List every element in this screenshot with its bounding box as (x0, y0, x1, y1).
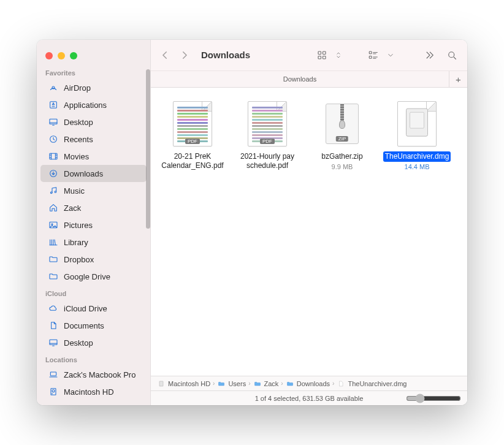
path-crumb[interactable]: Downloads (286, 380, 330, 387)
svg-rect-18 (323, 56, 326, 59)
forward-button[interactable] (177, 47, 193, 63)
file-item[interactable]: PDF 2021-Hourly pay schedule.pdf (231, 96, 304, 171)
chevron-down-icon[interactable] (386, 47, 395, 63)
sidebar-item-dropbox[interactable]: Dropbox (40, 251, 147, 268)
cloud-icon (48, 303, 59, 314)
back-button[interactable] (157, 47, 173, 63)
sidebar-item-applications[interactable]: Applications (40, 96, 147, 113)
tab-label: Downloads (283, 75, 316, 83)
sidebar-section-header: Favorites (37, 64, 150, 79)
sidebar-item-label: Applications (64, 101, 107, 110)
sidebar-section-header: iCloud (37, 285, 150, 300)
sidebar-item-label: Pictures (64, 221, 93, 230)
path-crumb[interactable]: TheUnarchiver.dmg (337, 380, 407, 387)
desktop-icon (48, 116, 59, 127)
sidebar-item-label: Dropbox (64, 255, 94, 264)
new-tab-button[interactable]: + (449, 71, 467, 87)
window-title: Downloads (201, 50, 250, 60)
svg-rect-15 (318, 51, 321, 55)
path-crumb[interactable]: Macintosh HD (157, 380, 210, 387)
file-name: bzGather.zip (319, 151, 364, 162)
sidebar-item-label: AirDrop (64, 83, 91, 93)
sidebar-item-recents[interactable]: Recents (40, 131, 147, 148)
file-area[interactable]: PDF 20-21 PreK Calendar_ENG.pdf PDF 2021… (151, 88, 467, 376)
path-crumb-label: TheUnarchiver.dmg (348, 380, 407, 387)
sidebar-item-pictures[interactable]: Pictures (40, 216, 147, 234)
movies-icon (48, 151, 59, 162)
search-icon[interactable] (443, 47, 461, 63)
sidebar-item-google-drive[interactable]: Google Drive (40, 268, 147, 285)
sidebar-item-label: iCloud Drive (64, 304, 107, 313)
sidebar-item-desktop[interactable]: Desktop (40, 113, 147, 131)
desktop-icon (48, 337, 59, 348)
svg-rect-11 (50, 372, 56, 376)
zoom-slider[interactable] (406, 394, 461, 403)
sidebar-item-label: Music (64, 186, 85, 196)
sidebar-item-label: Zack's Macbook Pro (64, 370, 136, 379)
file-thumbnail[interactable]: ZIP (318, 100, 366, 148)
file-item[interactable]: TheUnarchiver.dmg 14.4 MB (380, 96, 454, 171)
pictures-icon (48, 219, 59, 230)
sidebar-item-label: Desktop (64, 118, 93, 127)
sidebar-item-movies[interactable]: Movies (40, 148, 147, 165)
path-crumb-label: Zack (264, 380, 279, 387)
sidebar-item-label: Zack (64, 203, 81, 213)
chevron-right-icon: › (248, 380, 250, 387)
sidebar-item-documents[interactable]: Documents (40, 317, 147, 334)
folder-icon (48, 254, 59, 265)
minimize-window-button[interactable] (58, 52, 65, 59)
svg-rect-16 (323, 51, 326, 55)
svg-point-13 (52, 390, 55, 392)
toolbar-overflow-icon[interactable] (421, 47, 439, 63)
sidebar-item-zack-s-macbook-pro[interactable]: Zack's Macbook Pro (40, 366, 147, 383)
sidebar-item-macintosh-hd[interactable]: Macintosh HD (40, 383, 147, 400)
home-icon (48, 202, 59, 213)
sidebar-item-desktop[interactable]: Desktop (40, 334, 147, 351)
file-thumbnail[interactable]: PDF (169, 100, 216, 148)
file-item[interactable]: ZIP bzGather.zip 9.9 MB (305, 96, 379, 171)
path-crumb-label: Macintosh HD (168, 380, 210, 387)
svg-rect-10 (50, 340, 57, 344)
svg-rect-4 (50, 153, 57, 159)
group-by-button[interactable] (364, 47, 383, 63)
file-item[interactable]: PDF 20-21 PreK Calendar_ENG.pdf (156, 96, 229, 171)
file-name: 20-21 PreK Calendar_ENG.pdf (156, 151, 229, 171)
sidebar-item-library[interactable]: Library (40, 234, 147, 251)
svg-rect-20 (369, 56, 372, 58)
file-thumbnail[interactable] (393, 100, 441, 148)
zoom-slider-input[interactable] (406, 394, 461, 403)
sidebar-item-label: Google Drive (64, 272, 110, 281)
folder-icon (48, 271, 59, 282)
sidebar-item-zack[interactable]: Zack (40, 199, 147, 216)
library-icon (48, 237, 59, 248)
svg-point-25 (449, 51, 454, 57)
sidebar-item-label: Movies (64, 152, 89, 161)
sidebar-item-music[interactable]: Music (40, 182, 147, 199)
finder-window: Favorites AirDropApplicationsDesktopRece… (37, 40, 467, 405)
chevron-right-icon: › (281, 380, 283, 387)
path-crumb[interactable]: Users (217, 380, 246, 387)
sidebar-item-downloads[interactable]: Downloads (40, 165, 147, 182)
sidebar-item-icloud-drive[interactable]: iCloud Drive (40, 300, 147, 317)
tab-downloads[interactable]: Downloads (151, 71, 449, 87)
zoom-window-button[interactable] (70, 52, 77, 59)
path-crumb-label: Downloads (297, 380, 330, 387)
svg-rect-17 (318, 56, 321, 59)
sidebar-item-airdrop[interactable]: AirDrop (40, 79, 147, 96)
chevron-right-icon: › (332, 380, 334, 387)
path-crumb[interactable]: Zack (253, 380, 279, 387)
svg-point-6 (50, 192, 52, 194)
downloads-icon (48, 168, 59, 179)
svg-line-26 (454, 57, 456, 59)
svg-rect-27 (159, 381, 163, 386)
close-window-button[interactable] (45, 52, 53, 59)
chevron-right-icon: › (213, 380, 215, 387)
svg-point-14 (52, 394, 53, 394)
status-bar: 1 of 4 selected, 631.53 GB available (151, 390, 467, 405)
view-icons-button[interactable] (313, 47, 331, 63)
file-thumbnail[interactable]: PDF (243, 100, 291, 148)
sidebar-section-header: Locations (37, 351, 150, 366)
view-dropdown-icon[interactable] (335, 47, 342, 63)
sidebar-scrollbar[interactable] (146, 69, 150, 229)
recents-icon (48, 134, 59, 145)
